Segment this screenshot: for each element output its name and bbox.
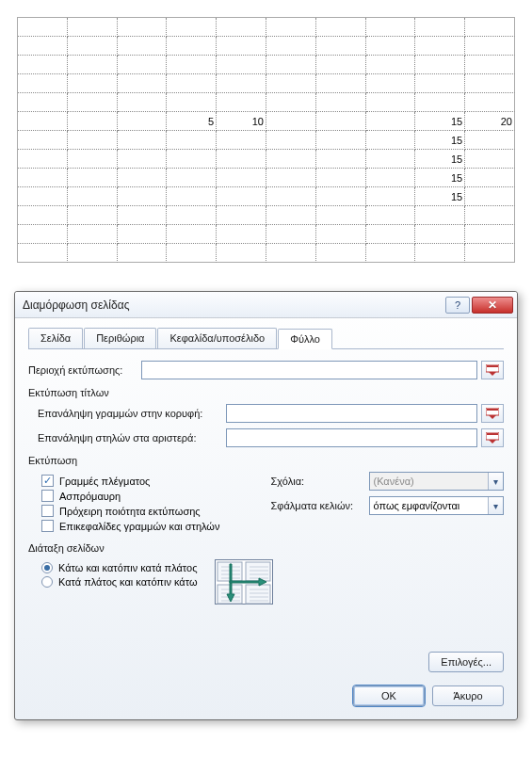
cell[interactable] [465, 169, 515, 187]
cell[interactable] [465, 93, 515, 112]
cell[interactable] [68, 18, 118, 37]
cell[interactable] [316, 244, 366, 263]
cell[interactable] [465, 18, 515, 37]
cell[interactable] [217, 74, 266, 93]
cell[interactable] [266, 74, 316, 93]
cell[interactable] [68, 93, 118, 112]
cell[interactable] [217, 206, 266, 225]
cell[interactable] [266, 225, 316, 244]
cell[interactable] [316, 206, 366, 225]
cell[interactable]: 15 [415, 187, 465, 206]
tab-margins[interactable]: Περιθώρια [84, 328, 156, 348]
headings-checkbox[interactable]: Επικεφαλίδες γραμμών και στηλών [41, 520, 262, 532]
cell[interactable] [118, 225, 168, 244]
cell[interactable] [415, 206, 465, 225]
cell[interactable] [18, 93, 68, 112]
cell[interactable] [316, 37, 366, 56]
cell[interactable] [118, 206, 168, 225]
cell[interactable] [217, 93, 266, 112]
cell[interactable] [167, 244, 217, 263]
cell[interactable] [68, 112, 118, 131]
cell-errors-select[interactable]: όπως εμφανίζονται [369, 496, 505, 515]
cell[interactable] [167, 74, 217, 93]
cell[interactable] [415, 18, 465, 37]
cell[interactable] [68, 56, 118, 74]
cell[interactable] [217, 244, 266, 263]
cell[interactable] [217, 131, 266, 150]
cell[interactable] [118, 131, 168, 150]
cell[interactable]: 15 [415, 112, 465, 131]
cell[interactable] [366, 37, 416, 56]
cell[interactable] [68, 187, 118, 206]
cell[interactable] [266, 18, 316, 37]
tab-page[interactable]: Σελίδα [28, 328, 83, 348]
cell[interactable] [366, 206, 416, 225]
cell[interactable] [167, 169, 217, 187]
cell[interactable] [217, 187, 266, 206]
cell[interactable] [167, 206, 217, 225]
cell[interactable] [266, 244, 316, 263]
cell[interactable] [366, 93, 416, 112]
cell[interactable] [465, 56, 515, 74]
options-button[interactable]: Επιλογές... [428, 652, 504, 672]
cancel-button[interactable]: Άκυρο [432, 685, 504, 706]
cell[interactable] [68, 206, 118, 225]
cell[interactable] [217, 56, 266, 74]
cell[interactable] [465, 187, 515, 206]
cell[interactable] [366, 150, 416, 169]
cell[interactable] [18, 18, 68, 37]
cell[interactable] [18, 206, 68, 225]
cell[interactable]: 10 [217, 112, 266, 131]
cell[interactable] [18, 225, 68, 244]
cell[interactable] [68, 169, 118, 187]
cell[interactable] [316, 56, 366, 74]
cell[interactable] [167, 37, 217, 56]
cell[interactable] [18, 169, 68, 187]
cell[interactable] [217, 150, 266, 169]
cell[interactable] [266, 112, 316, 131]
cell[interactable] [465, 206, 515, 225]
cell[interactable] [217, 225, 266, 244]
cell[interactable] [415, 56, 465, 74]
cell[interactable] [316, 18, 366, 37]
help-button[interactable]: ? [445, 297, 470, 314]
cell[interactable] [68, 74, 118, 93]
cell[interactable] [316, 131, 366, 150]
order-over-down-radio[interactable]: Κατά πλάτος και κατόπιν κάτω [41, 576, 207, 588]
cell[interactable] [465, 37, 515, 56]
cell[interactable] [18, 150, 68, 169]
cell[interactable] [366, 187, 416, 206]
cell[interactable] [465, 74, 515, 93]
cell[interactable] [18, 244, 68, 263]
cell[interactable] [118, 74, 168, 93]
cell[interactable] [118, 150, 168, 169]
tab-header-footer[interactable]: Κεφαλίδα/υποσέλιδο [157, 328, 277, 348]
cell[interactable]: 15 [415, 150, 465, 169]
cell[interactable] [415, 225, 465, 244]
cell[interactable] [366, 131, 416, 150]
rows-repeat-input[interactable] [226, 404, 477, 423]
cell[interactable] [18, 131, 68, 150]
cell[interactable] [415, 74, 465, 93]
cell[interactable] [266, 131, 316, 150]
cell[interactable] [266, 37, 316, 56]
cell[interactable] [118, 37, 168, 56]
cell[interactable] [18, 56, 68, 74]
cell[interactable] [415, 37, 465, 56]
cell[interactable] [366, 112, 416, 131]
cell[interactable]: 20 [465, 112, 515, 131]
cell[interactable] [266, 93, 316, 112]
cell[interactable] [167, 187, 217, 206]
tab-sheet[interactable]: Φύλλο [278, 329, 332, 349]
collapse-dialog-icon[interactable] [481, 404, 504, 423]
cell[interactable] [167, 18, 217, 37]
bw-checkbox[interactable]: Ασπρόμαυρη [41, 490, 262, 502]
collapse-dialog-icon[interactable] [481, 361, 504, 379]
cell[interactable] [68, 150, 118, 169]
cell[interactable] [465, 150, 515, 169]
cell[interactable] [366, 244, 416, 263]
cell[interactable] [167, 56, 217, 74]
cell[interactable] [316, 225, 366, 244]
collapse-dialog-icon[interactable] [481, 428, 504, 447]
cell[interactable] [415, 244, 465, 263]
